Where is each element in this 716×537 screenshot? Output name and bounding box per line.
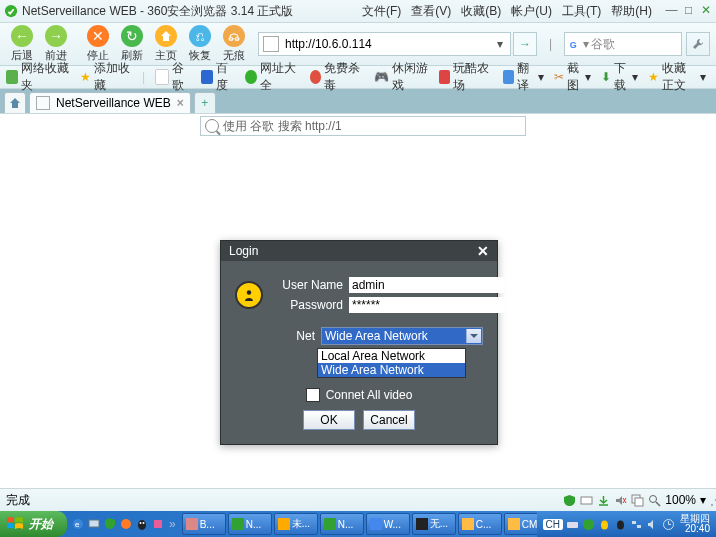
start-button[interactable]: 开始 bbox=[0, 511, 67, 537]
minimize-button[interactable]: — bbox=[665, 3, 678, 16]
tray-net-icon[interactable] bbox=[630, 518, 643, 531]
svg-point-16 bbox=[140, 522, 142, 524]
ql-expand-icon[interactable]: » bbox=[167, 517, 178, 531]
net-option-wan[interactable]: Wide Area Network bbox=[318, 363, 465, 377]
tab-active[interactable]: NetServeillance WEB × bbox=[29, 92, 191, 113]
tray-qq-icon[interactable] bbox=[598, 518, 611, 531]
popup-icon[interactable] bbox=[631, 494, 644, 507]
taskbar-tasks: B... N... 未... N... W... 无... C... CMS G… bbox=[182, 513, 537, 535]
home-button[interactable]: 主页 bbox=[150, 25, 182, 63]
zoom-value: 100% bbox=[665, 493, 696, 507]
tray-vol-icon[interactable] bbox=[646, 518, 659, 531]
main-menu: 文件(F) 查看(V) 收藏(B) 帐户(U) 工具(T) 帮助(H) bbox=[362, 3, 712, 20]
download-button[interactable]: ⬇下载▾ bbox=[601, 60, 638, 94]
net-select[interactable]: Wide Area Network bbox=[321, 327, 483, 345]
password-input[interactable] bbox=[349, 297, 505, 313]
resize-grip-icon[interactable]: ⋰ bbox=[710, 493, 716, 507]
stop-button[interactable]: ✕停止 bbox=[82, 25, 114, 63]
mute-icon[interactable] bbox=[614, 494, 627, 507]
ql-tool-icon[interactable] bbox=[151, 517, 165, 531]
login-title: Login bbox=[229, 244, 258, 258]
tray-keyboard-icon[interactable] bbox=[566, 518, 579, 531]
download-mini-icon[interactable] bbox=[597, 494, 610, 507]
address-bar-wrap: ▾ → bbox=[258, 32, 537, 56]
menu-view[interactable]: 查看(V) bbox=[411, 3, 451, 20]
url-input[interactable] bbox=[283, 36, 494, 52]
ok-button[interactable]: OK bbox=[303, 410, 355, 430]
ql-ie-icon[interactable]: e bbox=[71, 517, 85, 531]
zoom-icon[interactable] bbox=[648, 494, 661, 507]
svg-point-0 bbox=[5, 5, 17, 17]
dialog-close-icon[interactable]: ✕ bbox=[477, 243, 489, 259]
bookmark-netfav[interactable]: 网络收藏夹 bbox=[6, 60, 70, 94]
bookmark-add[interactable]: ★添加收藏 bbox=[80, 60, 132, 94]
ql-qq-icon[interactable] bbox=[135, 517, 149, 531]
tray-clock[interactable]: 星期四 20:40 bbox=[680, 514, 710, 534]
cancel-button[interactable]: Cancel bbox=[363, 410, 415, 430]
maximize-button[interactable]: □ bbox=[682, 3, 695, 16]
ql-shield-icon[interactable] bbox=[103, 517, 117, 531]
save-article-button[interactable]: ★收藏正文▾ bbox=[648, 60, 706, 94]
login-header[interactable]: Login ✕ bbox=[221, 241, 497, 261]
page-icon bbox=[36, 96, 50, 110]
tray-qq2-icon[interactable] bbox=[614, 518, 627, 531]
menu-tools[interactable]: 工具(T) bbox=[562, 3, 601, 20]
restore-button[interactable]: ⎌恢复 bbox=[184, 25, 216, 63]
net-label: Net bbox=[235, 329, 321, 343]
svg-point-20 bbox=[601, 520, 608, 529]
bookmark-google[interactable]: 谷歌 bbox=[155, 60, 191, 94]
tab-home-button[interactable] bbox=[4, 92, 26, 113]
menu-file[interactable]: 文件(F) bbox=[362, 3, 401, 20]
bookmark-sites[interactable]: 网址大全 bbox=[245, 60, 299, 94]
username-label: User Name bbox=[267, 278, 349, 292]
bookmark-baidu[interactable]: 百度 bbox=[201, 60, 235, 94]
bookmark-games[interactable]: 🎮休闲游戏 bbox=[374, 60, 429, 94]
menu-account[interactable]: 帐户(U) bbox=[511, 3, 552, 20]
bookmark-bar: 网络收藏夹 ★添加收藏 | 谷歌 百度 网址大全 免费杀毒 🎮休闲游戏 玩酷农场… bbox=[0, 66, 716, 89]
net-option-lan[interactable]: Local Area Network bbox=[318, 349, 465, 363]
task-item[interactable]: 未... bbox=[274, 513, 318, 535]
back-button[interactable]: ←后退 bbox=[6, 25, 38, 63]
ad-icon[interactable] bbox=[580, 494, 593, 507]
username-input[interactable] bbox=[349, 277, 505, 293]
tray-shield-icon[interactable] bbox=[582, 518, 595, 531]
connect-all-label: Connet All video bbox=[326, 388, 413, 402]
translate-button[interactable]: 翻译▾ bbox=[503, 60, 544, 94]
menu-favorites[interactable]: 收藏(B) bbox=[461, 3, 501, 20]
task-item[interactable]: W... bbox=[366, 513, 410, 535]
svg-point-21 bbox=[617, 520, 624, 529]
incognito-button[interactable]: 无痕 bbox=[218, 25, 250, 63]
task-item[interactable]: N... bbox=[228, 513, 272, 535]
address-bar[interactable]: ▾ bbox=[258, 32, 511, 56]
task-item[interactable]: B... bbox=[182, 513, 226, 535]
task-item[interactable]: C... bbox=[458, 513, 502, 535]
task-item[interactable]: N... bbox=[320, 513, 364, 535]
url-dropdown-icon[interactable]: ▾ bbox=[494, 37, 506, 51]
search-box[interactable]: G ▾ 谷歌 bbox=[564, 32, 682, 56]
svg-text:e: e bbox=[75, 520, 80, 529]
app-icon bbox=[4, 4, 18, 18]
go-button[interactable]: → bbox=[513, 32, 537, 56]
menu-help[interactable]: 帮助(H) bbox=[611, 3, 652, 20]
refresh-button[interactable]: ↻刷新 bbox=[116, 25, 148, 63]
ime-icon[interactable]: CH bbox=[543, 519, 563, 530]
tab-close-icon[interactable]: × bbox=[177, 96, 184, 110]
ql-globe-icon[interactable] bbox=[119, 517, 133, 531]
page-icon bbox=[263, 36, 279, 52]
screenshot-button[interactable]: ✂截图▾ bbox=[554, 60, 591, 94]
close-button[interactable]: ✕ bbox=[699, 3, 712, 16]
wrench-button[interactable] bbox=[686, 32, 710, 56]
username-row: User Name bbox=[267, 277, 505, 293]
ql-desktop-icon[interactable] bbox=[87, 517, 101, 531]
task-item[interactable]: CMS bbox=[504, 513, 537, 535]
bookmark-antivirus[interactable]: 免费杀毒 bbox=[310, 60, 364, 94]
new-tab-button[interactable]: + bbox=[194, 92, 216, 113]
tray-clock-icon[interactable] bbox=[662, 518, 675, 531]
connect-all-checkbox[interactable] bbox=[306, 388, 320, 402]
svg-rect-23 bbox=[637, 525, 641, 528]
bookmark-farm[interactable]: 玩酷农场 bbox=[439, 60, 493, 94]
forward-button[interactable]: →前进 bbox=[40, 25, 72, 63]
task-item[interactable]: 无... bbox=[412, 513, 456, 535]
shield-icon[interactable] bbox=[563, 494, 576, 507]
page-search-box[interactable]: 使用 谷歌 搜索 http://1 bbox=[200, 116, 526, 136]
